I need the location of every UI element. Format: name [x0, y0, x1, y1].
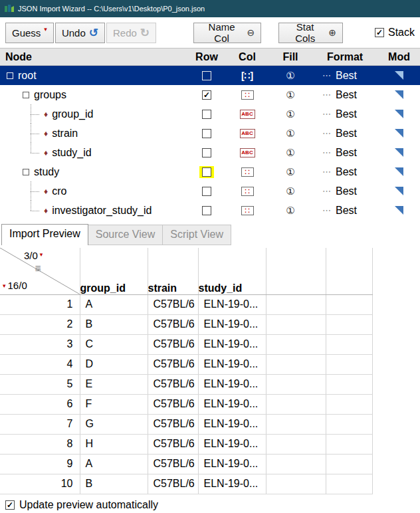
matrix-icon[interactable]: [∷] [241, 70, 253, 81]
mod-triangle-icon[interactable] [395, 187, 403, 195]
format-more-icon[interactable]: ⋯ [322, 90, 331, 99]
mod-triangle-icon[interactable] [395, 129, 403, 138]
abc-icon[interactable]: ABC [240, 110, 255, 119]
format-more-icon[interactable]: ⋯ [322, 167, 331, 176]
preview-cell [326, 354, 372, 374]
table-icon[interactable]: ∷ [241, 90, 254, 100]
node-cell: root [0, 66, 188, 85]
tree-row-groups[interactable]: groups✓∷①⋯Best [0, 85, 420, 104]
table-icon[interactable]: ∷ [241, 206, 254, 215]
node-cell: ♦group_id [0, 104, 188, 124]
row-number: 7 [0, 414, 80, 434]
fill-icon[interactable]: ① [286, 128, 294, 138]
tree-row-study_id[interactable]: ♦study_idABC①⋯Best [0, 143, 420, 162]
format-value[interactable]: Best [336, 89, 357, 101]
tree-indent [7, 143, 31, 162]
table-icon[interactable]: ∷ [241, 187, 254, 196]
fill-cell: ① [269, 181, 312, 201]
format-more-icon[interactable]: ⋯ [322, 110, 331, 118]
tab-import-preview[interactable]: Import Preview [1, 224, 88, 245]
corner-dropdown-icon[interactable]: ▾ [40, 252, 43, 258]
row-checkbox[interactable] [202, 167, 211, 177]
mod-cell [378, 66, 420, 85]
preview-col-header[interactable] [326, 248, 372, 294]
preview-cell: D [80, 354, 148, 374]
tree-row-cro[interactable]: ♦cro∷①⋯Best [0, 181, 420, 201]
mod-triangle-icon[interactable] [395, 206, 403, 215]
format-cell: ⋯Best [312, 66, 378, 85]
fill-icon[interactable]: ① [286, 109, 294, 119]
tab-script-view[interactable]: Script View [163, 225, 231, 245]
tree-row-strain[interactable]: ♦strainABC①⋯Best [0, 124, 420, 143]
row-checkbox[interactable] [202, 129, 211, 138]
header-col: Col [225, 51, 269, 63]
table-icon[interactable]: ∷ [241, 167, 254, 177]
format-more-icon[interactable]: ⋯ [322, 148, 331, 157]
stack-label[interactable]: Stack [388, 27, 415, 39]
row-checkbox[interactable] [202, 110, 211, 119]
format-value[interactable]: Best [336, 205, 357, 217]
tree-row-group_id[interactable]: ♦group_idABC①⋯Best [0, 104, 420, 124]
node-label: study [34, 166, 59, 178]
preview-col-header-group_id[interactable]: group_id [80, 248, 148, 294]
mod-triangle-icon[interactable] [395, 110, 403, 118]
mod-triangle-icon[interactable] [395, 167, 403, 176]
corner-dropdown-icon[interactable]: ▾ [3, 283, 6, 289]
checkbox-wrap [201, 70, 213, 82]
update-preview-label[interactable]: Update preview automatically [19, 499, 158, 511]
tree-expander-icon[interactable] [7, 72, 13, 79]
preview-col-header-strain[interactable]: strain [148, 248, 198, 294]
highlighted-checkbox-wrap [199, 166, 214, 178]
name-col-button[interactable]: Name Col ⊖ [193, 23, 262, 43]
update-preview-checkbox[interactable]: ✓ [5, 500, 15, 510]
tab-source-view[interactable]: Source View [88, 225, 163, 245]
format-cell: ⋯Best [312, 143, 378, 162]
tree-expander-icon[interactable] [23, 92, 29, 98]
format-more-icon[interactable]: ⋯ [322, 71, 331, 80]
row-cell [188, 181, 225, 201]
format-value[interactable]: Best [336, 108, 357, 120]
tree-row-root[interactable]: root[∷]①⋯Best [0, 66, 420, 85]
format-value[interactable]: Best [336, 185, 357, 197]
fill-icon[interactable]: ① [286, 205, 294, 215]
footer: ✓ Update preview automatically [0, 496, 420, 513]
row-checkbox[interactable]: ✓ [202, 90, 211, 100]
guess-button[interactable]: Guess ▾ [5, 23, 54, 43]
row-checkbox[interactable] [202, 206, 211, 215]
stat-cols-button[interactable]: Stat Cols ⊕ [278, 23, 343, 43]
format-value[interactable]: Best [336, 128, 357, 140]
stack-checkbox[interactable]: ✓ [375, 28, 384, 37]
preview-col-header-study_id[interactable]: study_id [198, 248, 266, 294]
fill-icon[interactable]: ① [286, 167, 294, 177]
fill-icon[interactable]: ① [286, 148, 294, 157]
tree-expander-icon[interactable] [23, 169, 29, 175]
col-cell: ∷ [225, 162, 269, 181]
preview-col-header[interactable] [266, 248, 326, 294]
preview-body: 1AC57BL/6ELN-19-0...2BC57BL/6ELN-19-0...… [0, 294, 372, 494]
row-checkbox[interactable] [202, 187, 211, 196]
undo-button[interactable]: Undo ↺ [55, 23, 105, 43]
abc-icon[interactable]: ABC [240, 129, 255, 138]
tree-row-investigator_study_id[interactable]: ♦investigator_study_id∷①⋯Best [0, 201, 420, 220]
mod-triangle-icon[interactable] [395, 90, 403, 99]
format-value[interactable]: Best [336, 70, 357, 82]
corner-menu-icon[interactable]: ≣ [35, 264, 41, 272]
row-checkbox[interactable] [202, 148, 211, 157]
preview-cell: C57BL/6 [148, 354, 198, 374]
format-more-icon[interactable]: ⋯ [322, 187, 331, 195]
fill-icon[interactable]: ① [286, 90, 294, 100]
corner-col-count: 3/0 [24, 250, 38, 261]
fill-icon[interactable]: ① [286, 70, 294, 80]
tree-row-study[interactable]: study∷①⋯Best [0, 162, 420, 181]
format-value[interactable]: Best [336, 147, 357, 159]
format-more-icon[interactable]: ⋯ [322, 129, 331, 138]
preview-corner-cell[interactable]: 3/0 ▾ ≣ ▾ 16/0 [0, 248, 80, 294]
mod-triangle-icon[interactable] [395, 148, 403, 157]
abc-icon[interactable]: ABC [240, 148, 255, 157]
format-value[interactable]: Best [336, 166, 357, 178]
redo-button[interactable]: Redo ↻ [106, 23, 156, 43]
format-more-icon[interactable]: ⋯ [322, 206, 331, 215]
row-checkbox[interactable] [202, 71, 211, 80]
mod-triangle-icon[interactable] [395, 71, 403, 80]
fill-icon[interactable]: ① [286, 186, 294, 196]
